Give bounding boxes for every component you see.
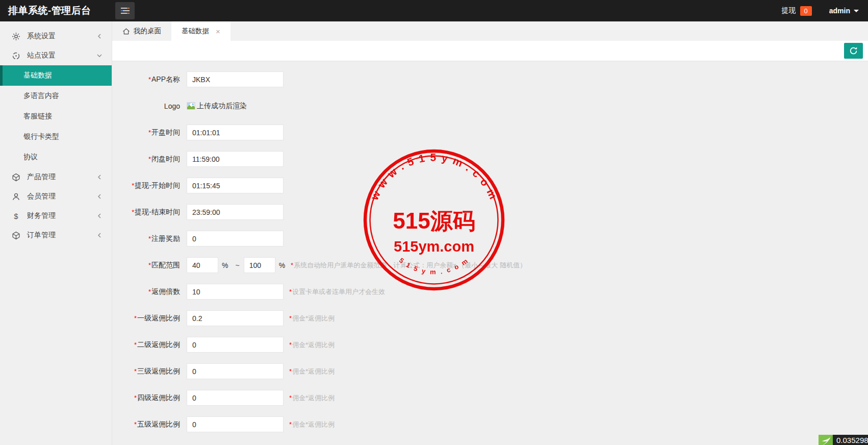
hamburger-bar: [121, 13, 130, 14]
form-row-rebate-level-5: *五级返佣比例*佣金*返佣比例: [112, 416, 868, 432]
header-right-area: 提现 0 admin: [782, 6, 868, 16]
sidebar-nav: 系统设置站点设置基础数据多语言内容客服链接银行卡类型协议产品管理会员管理$财务管…: [0, 21, 112, 445]
rebate-level-2-input[interactable]: [187, 337, 284, 353]
withdraw-label: 提现: [782, 6, 796, 15]
main-content: 我的桌面基础数据× *APP名称Logo上传成功后渲染*开盘时间*闭盘时间*提现…: [112, 21, 868, 445]
form-label: *三级返佣比例: [112, 367, 187, 376]
rebate-multiple-input[interactable]: [187, 284, 284, 300]
caret-down-icon: [854, 10, 859, 15]
match-range-min-input[interactable]: [187, 257, 218, 273]
form-label: *提现-结束时间: [112, 208, 187, 217]
form-row-rebate-level-1: *一级返佣比例*佣金*返佣比例: [112, 310, 868, 326]
sidebar-item-4[interactable]: $财务管理: [0, 206, 112, 226]
form-row-app-name: *APP名称: [112, 71, 868, 87]
chevron-left-icon: [96, 232, 103, 238]
field-hint: *设置卡单或者连单用户才会生效: [289, 287, 385, 296]
app-title: 排单系统-管理后台: [0, 4, 112, 17]
sidebar-subitem-1-0[interactable]: 基础数据: [0, 65, 112, 86]
user-dropdown[interactable]: admin: [829, 7, 859, 15]
app-name-input[interactable]: [187, 71, 284, 87]
form-label: *二级返佣比例: [112, 340, 187, 350]
sidebar-item-label: 站点设置: [27, 51, 56, 60]
tab-0[interactable]: 我的桌面: [112, 21, 171, 41]
form-row-rebate-multiple: *返佣倍数*设置卡单或者连单用户才会生效: [112, 284, 868, 300]
required-asterisk: *: [148, 261, 151, 269]
sidebar-subitem-1-2[interactable]: 客服链接: [0, 106, 112, 127]
gear-icon: [11, 32, 21, 41]
form-row-withdraw-start-time: *提现-开始时间: [112, 178, 868, 193]
hamburger-bar: [121, 8, 130, 9]
withdraw-start-time-input[interactable]: [187, 178, 284, 193]
rebate-level-5-input[interactable]: [187, 416, 284, 432]
required-asterisk: *: [134, 314, 137, 322]
range-separator: ~: [235, 261, 239, 269]
sidebar-item-2[interactable]: 产品管理: [0, 167, 112, 187]
form-row-rebate-level-3: *三级返佣比例*佣金*返佣比例: [112, 363, 868, 379]
site-icon: [11, 52, 21, 60]
hamburger-bar: [121, 10, 130, 11]
required-asterisk: *: [289, 421, 292, 428]
form-row-logo: Logo上传成功后渲染: [112, 98, 868, 114]
rebate-level-3-input[interactable]: [187, 363, 284, 379]
form-row-register-reward: *注册奖励: [112, 231, 868, 246]
form-label: *匹配范围: [112, 261, 187, 270]
match-range-max-input[interactable]: [244, 257, 275, 273]
close-time-input[interactable]: [187, 151, 284, 167]
required-asterisk: *: [289, 314, 292, 322]
form-label: *四级返佣比例: [112, 393, 187, 403]
tab-label: 基础数据: [182, 27, 209, 36]
sidebar-subitem-1-3[interactable]: 银行卡类型: [0, 127, 112, 147]
sidebar-item-5[interactable]: 订单管理: [0, 226, 112, 245]
form-label: *APP名称: [112, 75, 187, 84]
chevron-left-icon: [96, 213, 103, 219]
top-header-bar: 排单系统-管理后台 提现 0 admin: [0, 0, 868, 21]
cube-icon: [11, 173, 21, 182]
field-hint: *佣金*返佣比例: [289, 314, 335, 323]
required-asterisk: *: [148, 76, 151, 83]
open-time-input[interactable]: [187, 125, 284, 140]
required-asterisk: *: [134, 367, 137, 375]
form-label: Logo: [112, 102, 187, 110]
sidebar-item-label: 订单管理: [27, 231, 56, 240]
refresh-icon: [849, 46, 858, 56]
required-asterisk: *: [289, 288, 292, 295]
form-row-match-range: *匹配范围%~%*系统自动给用户派单的金额范围，计算公式：用户余额x （最小～最…: [112, 257, 868, 273]
sidebar-subitem-label: 多语言内容: [23, 91, 59, 101]
withdraw-end-time-input[interactable]: [187, 204, 284, 220]
field-hint: *佣金*返佣比例: [289, 420, 335, 429]
sidebar-item-0[interactable]: 系统设置: [0, 27, 112, 46]
field-hint: *佣金*返佣比例: [289, 367, 335, 376]
withdraw-menu-item[interactable]: 提现 0: [782, 6, 812, 16]
sidebar-subitem-label: 银行卡类型: [23, 132, 59, 141]
sidebar-subitem-1-1[interactable]: 多语言内容: [0, 86, 112, 106]
close-tab-icon[interactable]: ×: [216, 28, 220, 35]
register-reward-input[interactable]: [187, 231, 284, 246]
rebate-level-4-input[interactable]: [187, 390, 284, 406]
tab-1[interactable]: 基础数据×: [171, 21, 231, 41]
tab-bar: 我的桌面基础数据×: [112, 21, 868, 41]
chevron-down-icon: [96, 53, 103, 59]
field-hint: *佣金*返佣比例: [289, 340, 335, 350]
sidebar-subitem-label: 基础数据: [23, 71, 52, 80]
sidebar-subitem-label: 客服链接: [23, 112, 52, 121]
required-asterisk: *: [291, 261, 293, 269]
sidebar-item-label: 会员管理: [27, 192, 56, 201]
withdraw-count-badge: 0: [800, 6, 812, 16]
logo-broken-image[interactable]: 上传成功后渲染: [187, 102, 247, 111]
form-row-open-time: *开盘时间: [112, 125, 868, 140]
form-label: *提现-开始时间: [112, 181, 187, 190]
required-asterisk: *: [134, 341, 137, 349]
sidebar-item-1[interactable]: 站点设置: [0, 46, 112, 65]
hamburger-menu-icon[interactable]: [115, 2, 135, 19]
sidebar-item-3[interactable]: 会员管理: [0, 187, 112, 206]
toolbar: [112, 41, 868, 61]
rebate-level-1-input[interactable]: [187, 310, 284, 326]
sidebar-subitem-1-4[interactable]: 协议: [0, 147, 112, 167]
percent-unit: %: [222, 261, 228, 269]
refresh-button[interactable]: [844, 43, 863, 59]
form-label: *注册奖励: [112, 234, 187, 243]
trace-leaf-icon[interactable]: [819, 435, 833, 445]
required-asterisk: *: [289, 341, 292, 349]
form-row-rebate-level-4: *四级返佣比例*佣金*返佣比例: [112, 390, 868, 406]
form-row-withdraw-end-time: *提现-结束时间: [112, 204, 868, 220]
